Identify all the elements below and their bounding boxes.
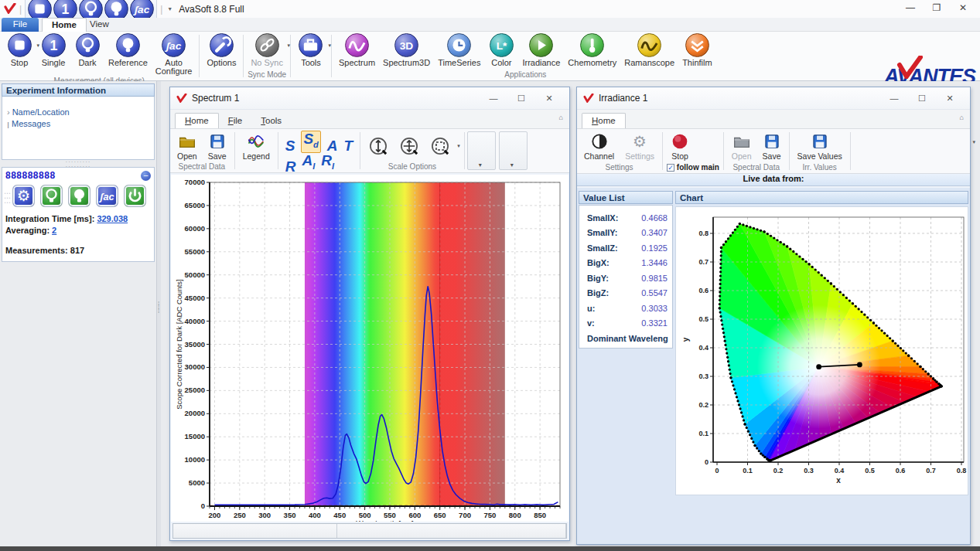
avasoft-application: | 1ʃac | ▼ AvaSoft 8.8 Full — ❐ ✕ File H… — [0, 0, 980, 551]
measure-mode-a[interactable]: A — [327, 138, 338, 153]
minimize-button[interactable]: — — [480, 90, 507, 107]
collapse-ribbon-icon[interactable]: ⌂ — [559, 114, 563, 121]
tree-twisty-icon[interactable]: ꞁ — [7, 119, 9, 128]
settings-button[interactable]: ⚙Settings — [621, 132, 658, 161]
zoom-all-button[interactable] — [395, 136, 423, 156]
collapse-device-icon[interactable]: – — [141, 171, 151, 181]
settings-gear-button[interactable]: ⚙ — [12, 185, 35, 207]
tree-item-messages[interactable]: ꞁMessages — [7, 119, 149, 129]
avasoft-window-icon — [176, 94, 187, 103]
irradiance-tab-home[interactable]: Home — [582, 113, 626, 128]
minimize-button[interactable]: — — [897, 0, 924, 15]
ribbon-button-reference[interactable]: Reference — [104, 32, 152, 68]
ribbon-button-auto-configure[interactable]: ʃacAuto Configure — [152, 32, 196, 77]
measure-mode-t[interactable]: T — [344, 138, 353, 153]
open-button[interactable]: Open — [728, 132, 756, 161]
tree-twisty-icon[interactable]: › — [7, 107, 10, 117]
tab-view[interactable]: View — [80, 18, 118, 32]
ribbon-button-timeseries[interactable]: TimeSeries — [434, 32, 484, 68]
maximize-button[interactable]: ☐ — [507, 90, 535, 107]
reference-bulb-button[interactable] — [68, 185, 90, 207]
svg-text:⚙: ⚙ — [17, 187, 30, 205]
spectrum-tab-tools[interactable]: Tools — [251, 114, 291, 128]
measure-mode-r[interactable]: R — [285, 159, 296, 174]
irradiance-tabs: Home⌂ — [577, 110, 970, 129]
dropdown-caret-icon[interactable]: ▾ — [287, 43, 290, 49]
ribbon-button-options[interactable]: Options — [203, 32, 240, 68]
irradiance-title-bar: Irradiance 1 — ☐ ✕ — [577, 87, 970, 110]
stop-button[interactable]: Stop — [667, 132, 693, 161]
maximize-button[interactable]: ☐ — [908, 90, 936, 107]
svg-text:40000: 40000 — [185, 317, 205, 325]
ribbon-button-stop[interactable]: Stop▾ — [2, 32, 36, 68]
close-button[interactable]: ✕ — [936, 90, 964, 107]
dropdown-caret-icon[interactable]: ▾ — [328, 43, 331, 49]
toolbar-group-label: Settings — [580, 162, 658, 173]
drag-grip-icon[interactable]: ⋮⋮⋮ — [5, 190, 9, 204]
device-name: 888888888 — [5, 170, 56, 181]
quick-access-dropdown-icon[interactable]: ▼ — [167, 6, 172, 12]
zoom-box-button[interactable] — [426, 136, 454, 156]
save-values-button[interactable]: Save Values — [794, 132, 846, 161]
save-button[interactable]: Save — [204, 132, 230, 161]
ribbon-button-spectrum3d[interactable]: 3DSpectrum3D — [379, 32, 434, 68]
auto-configure-button[interactable]: ʃac — [96, 185, 118, 207]
horizontal-splitter[interactable]: ·················· — [0, 160, 156, 167]
ribbon-button-thinfilm[interactable]: Thinfilm — [678, 32, 716, 68]
dark-bulb-button[interactable] — [40, 185, 63, 207]
tree-item-name-location[interactable]: ›Name/Location — [7, 107, 149, 117]
avasoft-logo-icon — [4, 3, 16, 15]
checkbox-icon[interactable]: ✓ — [667, 164, 674, 172]
channel-button[interactable]: Channel▾ — [580, 132, 618, 161]
irradiance-window-title: Irradiance 1 — [599, 93, 880, 104]
spectrum-tab-file[interactable]: File — [219, 114, 252, 128]
measure-mode-ri[interactable]: RI — [321, 153, 334, 174]
ribbon-button-irradiance[interactable]: Irradiance — [518, 32, 564, 68]
field-value[interactable]: 2 — [52, 226, 56, 235]
toolbar-group-items: ▾ — [364, 131, 460, 162]
close-button[interactable]: ✕ — [535, 90, 563, 107]
value-label: SmallX: — [587, 213, 618, 223]
ribbon-button-tools[interactable]: Tools▾ — [294, 32, 328, 68]
ribbon-button-spectrum[interactable]: Spectrum — [335, 32, 379, 68]
value-number: 0.5547 — [641, 288, 668, 298]
collapse-ribbon-icon[interactable]: ⌂ — [960, 114, 964, 121]
toolbar-group: Save ValuesIrr. Values — [790, 129, 849, 173]
close-button[interactable]: ✕ — [950, 0, 976, 15]
spectrum-tab-home[interactable]: Home — [175, 113, 219, 128]
tab-file[interactable]: File — [2, 18, 39, 32]
ribbon-button-color[interactable]: L*Color — [484, 32, 518, 68]
legend-button[interactable]: Legend — [239, 132, 274, 161]
dropdown-caret-icon[interactable]: ▾ — [457, 143, 460, 149]
maximize-button[interactable]: ❐ — [924, 0, 950, 15]
svg-text:850: 850 — [534, 511, 546, 519]
irradiance-body: Value List SmallX:0.4668SmallY:0.3407Sma… — [577, 188, 970, 544]
measure-mode-s[interactable]: S — [285, 138, 295, 153]
field-value[interactable]: 329.038 — [97, 214, 128, 223]
ribbon-group: Stop▾1SingleDarkReferenceʃacAuto Configu… — [0, 32, 198, 80]
ribbon-button-dark[interactable]: Dark — [70, 32, 104, 68]
toolbar-dropdown-button[interactable] — [499, 131, 528, 170]
svg-text:0.8: 0.8 — [957, 467, 967, 474]
dropdown-caret-icon[interactable]: ▾ — [972, 139, 975, 145]
toolbar-dropdown-button[interactable] — [467, 131, 496, 170]
spectrum-chart[interactable]: 2002503003504004505005506006507007508008… — [171, 175, 569, 522]
measure-mode-ai[interactable]: AI — [302, 153, 315, 174]
ribbon-button-single[interactable]: 1Single — [36, 32, 70, 68]
ribbon-button-chemometry[interactable]: Chemometry — [564, 32, 620, 68]
svg-text:0.4: 0.4 — [835, 467, 845, 474]
zoom-vertical-button[interactable] — [364, 136, 392, 156]
svg-text:200: 200 — [209, 511, 221, 519]
measure-mode-sd[interactable]: Sd — [301, 131, 320, 153]
power-button[interactable] — [124, 185, 146, 207]
minimize-button[interactable]: — — [880, 90, 908, 107]
save-button[interactable]: Save — [759, 132, 785, 161]
cie-chart[interactable]: 000.10.10.20.20.30.30.40.40.50.50.60.60.… — [675, 206, 968, 495]
open-button[interactable]: Open — [173, 132, 201, 161]
no-sync-icon — [255, 33, 279, 57]
svg-text:0.2: 0.2 — [773, 467, 784, 474]
auto-configure-icon: ʃac — [162, 33, 186, 57]
ribbon-button-no-sync[interactable]: No Sync▾ — [247, 32, 287, 68]
ribbon-button-ramanscope[interactable]: Ramanscope — [620, 32, 678, 68]
channel-icon — [590, 132, 609, 151]
